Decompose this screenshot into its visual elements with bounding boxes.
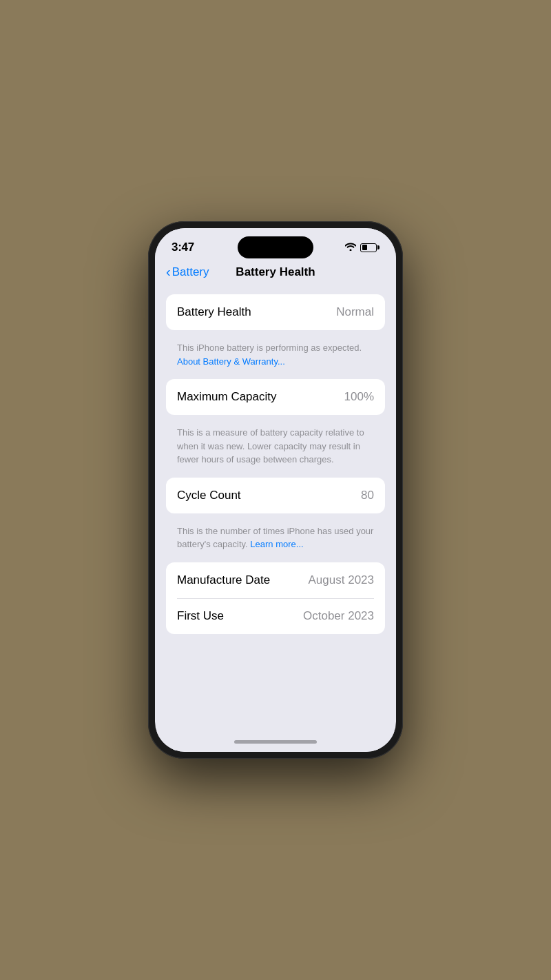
cycle-count-learn-more-link[interactable]: Learn more... [250, 539, 303, 549]
cycle-count-card: Cycle Count 80 [166, 478, 385, 513]
first-use-value: October 2023 [303, 609, 374, 623]
battery-health-value: Normal [336, 305, 374, 319]
cycle-count-description: This is the number of times iPhone has u… [166, 519, 385, 562]
max-capacity-label: Maximum Capacity [177, 390, 277, 404]
back-label: Battery [172, 265, 209, 279]
max-capacity-description: This is a measure of battery capacity re… [166, 420, 385, 478]
dates-card: Manufacture Date August 2023 First Use O… [166, 562, 385, 635]
max-capacity-row: Maximum Capacity 100% [166, 379, 385, 415]
dynamic-island [238, 236, 313, 258]
phone-screen: 3:47 ‹ [155, 228, 396, 752]
home-bar [234, 740, 317, 744]
max-capacity-value: 100% [344, 390, 374, 404]
max-capacity-card: Maximum Capacity 100% [166, 379, 385, 415]
battery-health-desc-text: This iPhone battery is performing as exp… [177, 343, 362, 353]
cycle-count-label: Cycle Count [177, 489, 241, 502]
first-use-row: First Use October 2023 [166, 598, 385, 634]
battery-health-card: Battery Health Normal [166, 294, 385, 330]
page-title: Battery Health [236, 265, 315, 279]
cycle-count-value: 80 [361, 489, 374, 502]
back-button[interactable]: ‹ Battery [166, 265, 209, 279]
cycle-count-row: Cycle Count 80 [166, 478, 385, 513]
manufacture-date-row: Manufacture Date August 2023 [166, 562, 385, 598]
battery-warranty-link[interactable]: About Battery & Warranty... [177, 356, 285, 367]
status-icons [345, 242, 380, 253]
battery-health-label: Battery Health [177, 305, 251, 319]
battery-health-description: This iPhone battery is performing as exp… [166, 336, 385, 379]
phone-frame: 3:47 ‹ [148, 221, 403, 759]
battery-health-row: Battery Health Normal [166, 294, 385, 330]
battery-status-icon [360, 243, 380, 252]
max-capacity-desc-text: This is a measure of battery capacity re… [177, 427, 364, 465]
manufacture-date-value: August 2023 [309, 573, 374, 587]
manufacture-date-label: Manufacture Date [177, 573, 270, 587]
nav-bar: ‹ Battery Battery Health [155, 263, 396, 287]
content-area: Battery Health Normal This iPhone batter… [155, 287, 396, 731]
status-time: 3:47 [171, 241, 194, 254]
back-chevron-icon: ‹ [166, 265, 171, 278]
home-indicator [155, 731, 396, 752]
first-use-label: First Use [177, 609, 224, 623]
wifi-icon [345, 242, 356, 253]
